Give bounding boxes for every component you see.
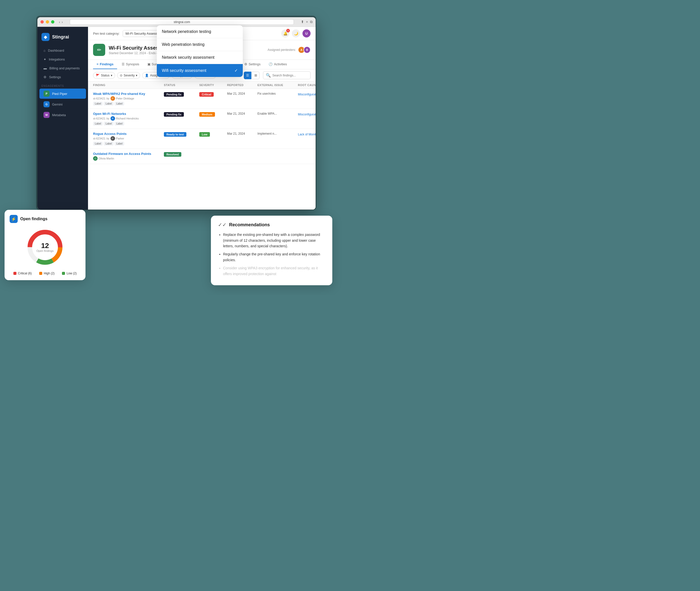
close-button[interactable]	[41, 20, 44, 23]
finding-meta: O Olivia Martin	[93, 156, 164, 161]
add-tab-icon[interactable]: +	[306, 20, 308, 24]
severity-cell: Low	[199, 132, 227, 137]
settings-tab-icon: ⚙	[244, 62, 247, 66]
back-button[interactable]: ‹	[59, 20, 60, 24]
search-input[interactable]	[273, 74, 308, 77]
sidebar-item-settings[interactable]: ⚙ Settings	[40, 73, 86, 81]
view-toggle: ☰ ⊞	[244, 72, 259, 79]
sidebar-item-billing[interactable]: ▬ Billing and payments	[40, 64, 86, 72]
tab-activities[interactable]: 🕐 Activities	[265, 60, 290, 69]
forward-button[interactable]: ›	[62, 20, 63, 24]
tab-synopsis[interactable]: ☰ Synopsis	[118, 60, 143, 69]
list-view-button[interactable]: ☰	[244, 72, 251, 79]
tab-settings[interactable]: ⚙ Settings	[241, 60, 264, 69]
finding-meta: st-623421 by P Peter Dinklage	[93, 96, 164, 101]
finding-title[interactable]: Weak WPA/WPA2 Pre-shared Key	[93, 92, 164, 96]
settings-icon: ⚙	[44, 75, 47, 79]
engagement-metabeta[interactable]: M Metabeta	[40, 110, 86, 120]
finding-title[interactable]: Open Wi-Fi Networks	[93, 112, 164, 116]
legend-critical: Critical (6)	[13, 272, 32, 275]
dropdown-item-net-sec[interactable]: Network security assessment	[157, 51, 243, 64]
finding-meta: st-623421 by P Parker	[93, 136, 164, 141]
root-cause-link[interactable]: Misconfiguration	[298, 92, 316, 96]
share-icon[interactable]: ⬆	[301, 20, 304, 24]
label-tag: Label	[93, 142, 103, 145]
filter-severity[interactable]: ⊙ Severity ▾	[117, 72, 140, 79]
reported-cell: Mar 21, 2024	[227, 92, 257, 95]
assignee-avatar: O	[93, 156, 98, 161]
dropdown-item-net-pen[interactable]: Network penetration testing	[157, 25, 243, 38]
status-cell: Pending fix	[164, 92, 199, 97]
engagement-pied-piper[interactable]: P Pied Piper	[40, 88, 86, 99]
pied-piper-avatar: P	[44, 90, 50, 97]
assigned-label: Assigned pentesters:	[267, 48, 296, 52]
user-avatar[interactable]: U	[302, 29, 311, 38]
findings-count-label: Open findings	[36, 249, 54, 252]
severity-badge: Medium	[199, 112, 215, 117]
severity-badge: Low	[199, 132, 210, 137]
high-dot	[39, 272, 42, 275]
finding-labels: Label Label Label	[93, 142, 164, 145]
rec-list: Replace the existing pre-shared key with…	[218, 232, 325, 277]
synopsis-tab-icon: ☰	[122, 62, 125, 66]
logo-icon: ◆	[42, 33, 50, 41]
legend: Critical (6) High (2) Low (2)	[10, 272, 80, 275]
label-tag: Label	[93, 122, 103, 126]
finding-title[interactable]: Outdated Firmware on Access Points	[93, 152, 164, 156]
assigned-avatars: A B	[298, 46, 311, 53]
root-cause-link[interactable]: Lack of Monitoring	[298, 133, 316, 136]
low-dot	[62, 272, 65, 275]
more-icon[interactable]: ⧉	[310, 20, 313, 24]
widget-open-findings: ⚡ Open findings 12 Open findings Criti	[5, 210, 85, 280]
critical-dot	[13, 272, 16, 275]
donut-center-text: 12 Open findings	[36, 242, 54, 252]
label-tag: Label	[93, 102, 103, 106]
legend-low: Low (2)	[62, 272, 77, 275]
table-header: FINDING STATUS SEVERITY REPORTED EXTERNA…	[88, 81, 316, 89]
engagement-gemini[interactable]: G Gemini	[40, 99, 86, 109]
status-cell: Resolved	[164, 152, 199, 157]
maximize-button[interactable]	[51, 20, 54, 23]
checkmark-icon: ✓	[234, 68, 238, 73]
finding-title[interactable]: Rogue Access Points	[93, 132, 164, 136]
status-cell: Pending fix	[164, 112, 199, 117]
dropdown-item-web-pen[interactable]: Web penetration testing	[157, 38, 243, 51]
theme-toggle-button[interactable]: 🌙	[292, 29, 300, 38]
status-badge: Resolved	[164, 152, 181, 157]
status-badge: Pending fix	[164, 92, 184, 97]
finding-cell: Weak WPA/WPA2 Pre-shared Key st-623421 b…	[93, 92, 164, 106]
minimize-button[interactable]	[46, 20, 49, 23]
rec-item-3: Consider using WPA3 encryption for enhan…	[223, 265, 325, 277]
search-wrapper[interactable]: 🔍	[263, 71, 311, 79]
filter-status[interactable]: 🚩 Status ▾	[93, 72, 115, 79]
donut-container: 12 Open findings	[10, 227, 80, 268]
project-icon: ✏	[93, 44, 105, 56]
notification-badge: 9	[286, 29, 290, 32]
reported-cell: Mar 21, 2024	[227, 112, 257, 115]
finding-labels: Label Label Label	[93, 102, 164, 106]
activities-tab-icon: 🕐	[268, 62, 273, 66]
grid-view-button[interactable]: ⊞	[252, 72, 259, 79]
reported-cell: Mar 21, 2024	[227, 132, 257, 135]
sidebar-item-dashboard[interactable]: ⌂ Dashboard	[40, 46, 86, 55]
tab-findings[interactable]: ≡ Findings	[93, 60, 117, 69]
findings-table: FINDING STATUS SEVERITY REPORTED EXTERNA…	[88, 81, 316, 210]
notification-button[interactable]: 🔔 9	[281, 29, 289, 38]
table-row: Outdated Firmware on Access Points O Oli…	[88, 149, 316, 164]
pentester-avatar-2: B	[304, 46, 311, 53]
table-row: Rogue Access Points st-623421 by P Parke…	[88, 129, 316, 149]
topbar-icons: 🔔 9 🌙 U	[281, 29, 311, 38]
dropdown-item-wifi-sec[interactable]: Wifi security assessment ✓	[157, 64, 243, 77]
label-tag: Label	[114, 102, 124, 106]
sidebar-item-integations[interactable]: ✦ Integations	[40, 55, 86, 64]
status-badge: Pending fix	[164, 112, 184, 117]
findings-count: 12	[36, 242, 54, 249]
label-tag: Label	[104, 102, 113, 106]
widget-title: Open findings	[20, 217, 48, 221]
address-bar[interactable]: stingrai.com	[70, 19, 294, 25]
root-cause-link[interactable]: Misconfiguration	[298, 113, 316, 116]
logo: ◆ Stingrai	[37, 31, 88, 46]
summary-tab-icon: ▣	[147, 62, 150, 66]
assignee-avatar: R	[110, 116, 115, 121]
root-cause-cell: Misconfiguration	[298, 112, 316, 117]
